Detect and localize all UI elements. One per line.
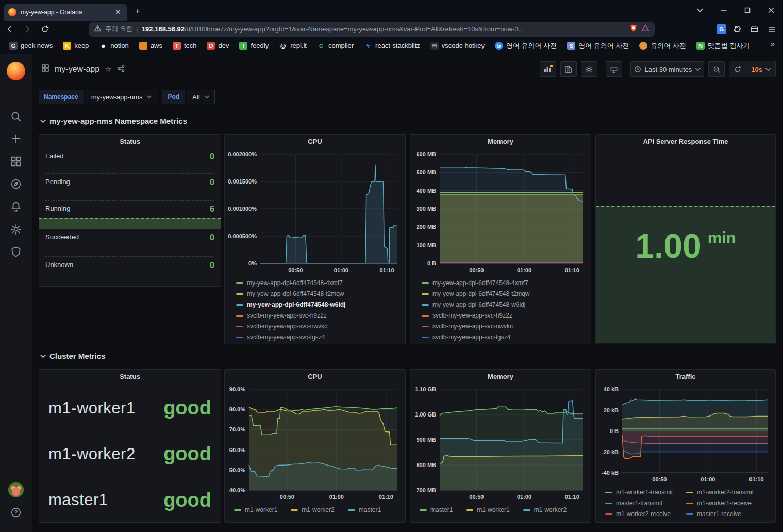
- bookmark-item[interactable]: 유의어 사전: [635, 40, 690, 52]
- legend-item[interactable]: master1-transmit: [605, 498, 673, 509]
- legend-item[interactable]: m1-worker2: [291, 505, 334, 516]
- legend-item[interactable]: m1-worker2: [523, 505, 567, 516]
- legend-item[interactable]: m1-worker1: [234, 505, 277, 516]
- panel-title[interactable]: Status: [39, 370, 221, 383]
- legend-item[interactable]: svclb-my-yew-app-svc-nwvkc: [422, 321, 591, 332]
- sidebar-explore-icon[interactable]: [8, 176, 24, 192]
- legend-item[interactable]: svclb-my-yew-app-svc-tgsz4: [236, 332, 405, 343]
- legend-item[interactable]: my-yew-app-dpl-6dff474548-w6ldj: [236, 300, 405, 310]
- bookmark-item[interactable]: ϟreact-stackblitz: [360, 40, 424, 52]
- cycle-view-button[interactable]: [606, 61, 622, 77]
- bookmark-item[interactable]: ffeedly: [235, 40, 273, 52]
- security-warning-text[interactable]: 주의 요함: [105, 25, 132, 34]
- sidebar-dashboards-icon[interactable]: [8, 153, 24, 170]
- close-window-button[interactable]: [759, 0, 783, 21]
- legend-item[interactable]: svclb-my-yew-app-svc-tgsz4: [422, 332, 591, 343]
- legend-item[interactable]: my-yew-app-dpl-6dff474548-4xmf7: [422, 278, 591, 289]
- namespace-cpu-chart[interactable]: 0%0.000500%0.001000%0.001500%0.002000%00…: [228, 149, 402, 275]
- panel-title[interactable]: API Server Response Time: [596, 135, 775, 148]
- reload-button[interactable]: [37, 22, 53, 37]
- legend-item[interactable]: master1-receive: [686, 509, 754, 520]
- cluster-memory-chart[interactable]: 700 MB800 MB900 MB1.00 GB1.10 GB00:5001:…: [414, 384, 587, 502]
- add-panel-button[interactable]: [540, 61, 556, 77]
- tab-search-icon[interactable]: [688, 0, 712, 21]
- section-namespace-metrics[interactable]: my-yew-app-nms Namespace Metrics: [40, 117, 187, 125]
- dashboard-title[interactable]: my-yew-app: [55, 64, 99, 74]
- namespace-memory-chart[interactable]: 0 B100 MB200 MB300 MB400 MB500 MB600 MB0…: [414, 149, 587, 275]
- url-text[interactable]: 192.168.56.92/d/RBf0bme7z/my-yew-app?org…: [142, 25, 626, 33]
- bookmark-item[interactable]: Ttech: [169, 40, 201, 52]
- panel-title[interactable]: CPU: [225, 135, 405, 148]
- cluster-cpu-chart[interactable]: 40.0%50.0%60.0%70.0%80.0%90.0%00:5001:00…: [228, 384, 402, 502]
- legend-item[interactable]: svclb-my-yew-app-svc-nwvkc: [236, 321, 405, 332]
- sidebar-admin-icon[interactable]: [8, 244, 24, 260]
- tab-close-icon[interactable]: ✕: [113, 8, 123, 17]
- legend-item[interactable]: m1-worker1-transmit: [605, 487, 673, 498]
- sidebar-create-icon[interactable]: [8, 130, 24, 147]
- bookmarks-overflow-icon[interactable]: »: [771, 39, 775, 48]
- browser-tab[interactable]: my-yew-app - Grafana ✕: [4, 4, 127, 21]
- new-tab-button[interactable]: +: [132, 6, 143, 18]
- legend-item[interactable]: m1-worker2-transmit: [686, 487, 754, 498]
- wallet-icon[interactable]: [747, 23, 761, 36]
- bookmark-item[interactable]: ▤vscode hotkey: [426, 40, 489, 52]
- bookmark-item[interactable]: S영어 유의어 사전: [563, 40, 633, 52]
- traffic-chart[interactable]: -40 kB-20 kB0 B20 kB40 kB00:5001:0001:10: [599, 384, 772, 484]
- translate-icon[interactable]: G: [717, 24, 726, 34]
- bookmark-item[interactable]: aws: [135, 40, 166, 52]
- address-bar[interactable]: 주의 요함 | 192.168.56.92/d/RBf0bme7z/my-yew…: [89, 22, 655, 37]
- refresh-interval-picker[interactable]: 10s: [746, 61, 775, 77]
- save-dashboard-button[interactable]: [560, 61, 577, 77]
- bookmark-item[interactable]: N맞춤법 검사기: [692, 40, 754, 52]
- variable-pod-value[interactable]: All: [187, 90, 214, 104]
- zoom-out-button[interactable]: [708, 61, 725, 77]
- legend-item[interactable]: master1: [420, 505, 453, 516]
- dashboard-settings-button[interactable]: [581, 61, 597, 77]
- legend-label: m1-worker2-receive: [616, 509, 671, 520]
- bookmark-item[interactable]: Kkeep: [59, 40, 93, 52]
- back-button[interactable]: [2, 22, 18, 37]
- panel-title[interactable]: CPU: [225, 370, 405, 383]
- share-icon[interactable]: [117, 64, 125, 74]
- legend-item[interactable]: m1-worker1: [466, 505, 509, 516]
- brave-shields-icon[interactable]: [629, 24, 638, 35]
- refresh-button[interactable]: [729, 61, 746, 77]
- panel-title[interactable]: Memory: [410, 370, 591, 383]
- panel-title[interactable]: Status: [39, 135, 221, 148]
- bookmark-item[interactable]: Ccompiler: [313, 40, 358, 52]
- bookmark-item[interactable]: Ddev: [203, 40, 233, 52]
- cluster-status-row: m1-worker1good: [48, 397, 211, 419]
- legend-item[interactable]: m1-worker1-receive: [686, 498, 754, 509]
- time-range-picker[interactable]: Last 30 minutes: [630, 61, 705, 77]
- bookmark-item[interactable]: ☻notion: [95, 40, 132, 52]
- legend-item[interactable]: my-yew-app-dpl-6dff474548-t2mqw: [422, 289, 591, 300]
- bookmark-item[interactable]: b영어 유의어 사전: [491, 40, 561, 52]
- menu-icon[interactable]: [764, 23, 779, 36]
- variable-namespace-value[interactable]: my-yew-app-nms: [86, 90, 158, 104]
- legend-item[interactable]: m1-worker2-receive: [605, 509, 673, 520]
- panel-title[interactable]: Memory: [410, 135, 591, 148]
- forward-button[interactable]: [20, 22, 35, 37]
- user-avatar[interactable]: [8, 481, 24, 498]
- sidebar-alerting-icon[interactable]: [8, 198, 24, 215]
- legend-item[interactable]: master1: [348, 505, 381, 516]
- legend-item[interactable]: my-yew-app-dpl-6dff474548-t2mqw: [236, 289, 405, 300]
- maximize-button[interactable]: [736, 0, 759, 21]
- favorite-star-icon[interactable]: ☆: [105, 64, 111, 74]
- panel-title[interactable]: Traffic: [596, 370, 775, 383]
- brave-rewards-icon[interactable]: [641, 24, 649, 34]
- grafana-logo-icon[interactable]: [7, 62, 25, 80]
- section-cluster-metrics[interactable]: Cluster Metrics: [40, 352, 105, 360]
- sidebar-search-icon[interactable]: [8, 108, 24, 125]
- sidebar-configuration-icon[interactable]: [8, 221, 24, 238]
- minimize-button[interactable]: [712, 0, 736, 21]
- security-warning-icon[interactable]: [94, 25, 102, 34]
- extensions-icon[interactable]: [729, 23, 744, 36]
- help-icon[interactable]: ?: [8, 504, 24, 521]
- legend-item[interactable]: svclb-my-yew-app-svc-h9z2z: [236, 310, 405, 321]
- bookmark-item[interactable]: Ggeek news: [5, 40, 57, 52]
- legend-item[interactable]: my-yew-app-dpl-6dff474548-w6ldj: [422, 300, 591, 310]
- legend-item[interactable]: my-yew-app-dpl-6dff474548-4xmf7: [236, 278, 405, 289]
- legend-item[interactable]: svclb-my-yew-app-svc-h9z2z: [422, 310, 591, 321]
- bookmark-item[interactable]: @repl.it: [275, 40, 311, 52]
